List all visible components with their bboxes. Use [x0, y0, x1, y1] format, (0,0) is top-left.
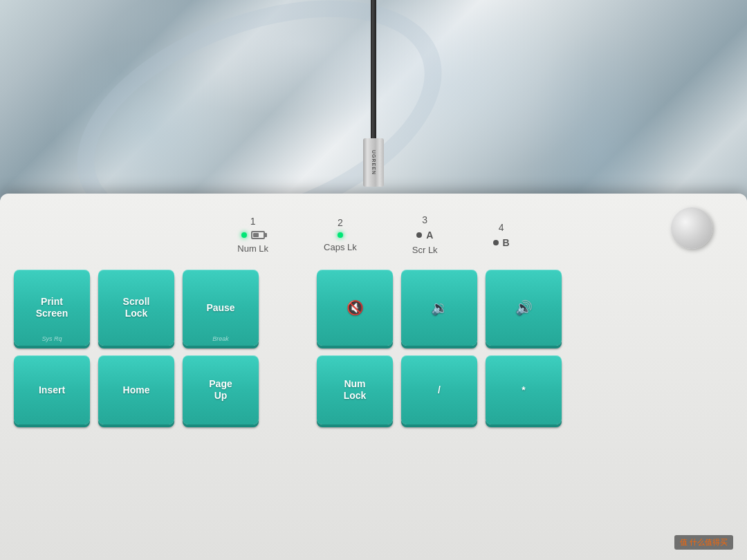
indicator-3-row: A [416, 230, 433, 241]
multiply-label: * [522, 384, 525, 396]
media-key-group: 🔇 🔉 🔊 [317, 270, 562, 346]
battery-fill [253, 233, 259, 237]
led-1-green [241, 232, 247, 238]
page-up-key[interactable]: PageUp [183, 355, 259, 424]
keys-section: PrintScreen Sys Rq ScrollLock Pause Brea… [0, 270, 747, 434]
usb-brand-label: UGREEN [371, 150, 376, 175]
divide-label: / [438, 384, 441, 396]
pause-key[interactable]: Pause Break [183, 270, 259, 346]
function-key-group: PrintScreen Sys Rq ScrollLock Pause Brea… [14, 270, 259, 346]
numpad-key-group: NumLock / * [317, 355, 562, 424]
usb-connector: UGREEN [363, 138, 384, 187]
print-screen-label: PrintScreen [36, 296, 68, 319]
status-bar: 1 Num Lk 2 Caps Lk 3 [0, 214, 747, 255]
watermark-text: 什么值得买 [690, 538, 728, 546]
watermark-icon: 值 [680, 538, 688, 546]
vol-down-key[interactable]: 🔉 [401, 270, 477, 346]
battery-icon [251, 231, 265, 239]
indicator-scr-lk: 3 A Scr Lk [412, 214, 438, 255]
num-lock-key[interactable]: NumLock [317, 355, 393, 424]
scroll-lock-label: ScrollLock [123, 296, 150, 319]
vol-up-key[interactable]: 🔊 [486, 270, 562, 346]
insert-key[interactable]: Insert [14, 355, 90, 424]
home-label: Home [123, 384, 150, 396]
indicator-1-row [241, 231, 265, 239]
indicator-2-number: 2 [338, 217, 343, 228]
main-scene: UGREEN 1 Num Lk 2 [0, 0, 747, 560]
indicator-3-letter: A [426, 230, 433, 241]
insert-label: Insert [39, 384, 65, 396]
indicator-2-row [338, 232, 343, 238]
print-screen-key[interactable]: PrintScreen Sys Rq [14, 270, 90, 346]
bottom-key-row: Insert Home PageUp NumLock [14, 355, 733, 424]
key-gap-1 [267, 270, 308, 346]
divide-key[interactable]: / [401, 355, 477, 424]
pause-label: Pause [206, 302, 234, 314]
indicator-3-number: 3 [422, 214, 427, 225]
pause-sublabel: Break [212, 335, 229, 342]
indicator-4-row: B [493, 237, 510, 248]
vol-up-icon: 🔊 [515, 299, 533, 316]
indicator-4: 4 B [493, 222, 510, 248]
vol-down-icon: 🔉 [431, 299, 448, 316]
indicator-num-lk: 1 Num Lk [237, 216, 268, 254]
volume-knob[interactable] [671, 207, 712, 249]
indicator-4-letter: B [503, 237, 510, 248]
indicator-1-number: 1 [250, 216, 256, 227]
page-up-label: PageUp [209, 378, 232, 402]
num-lock-label: NumLock [344, 378, 367, 402]
led-4-off [493, 240, 499, 245]
home-key[interactable]: Home [98, 355, 174, 424]
nav-key-group: Insert Home PageUp [14, 355, 259, 424]
num-lk-label: Num Lk [237, 243, 268, 254]
watermark: 值 什么值得买 [674, 535, 733, 550]
scroll-lock-key[interactable]: ScrollLock [98, 270, 174, 346]
key-gap-2 [267, 355, 308, 424]
led-3-off [416, 232, 422, 238]
caps-lk-label: Caps Lk [324, 242, 357, 252]
scr-lk-label: Scr Lk [412, 245, 438, 255]
top-key-row: PrintScreen Sys Rq ScrollLock Pause Brea… [14, 270, 733, 346]
multiply-key[interactable]: * [486, 355, 562, 424]
print-screen-sublabel: Sys Rq [42, 335, 62, 342]
indicator-caps-lk: 2 Caps Lk [324, 217, 357, 252]
mute-key[interactable]: 🔇 [317, 270, 393, 346]
indicator-4-number: 4 [499, 222, 504, 233]
keyboard-body: 1 Num Lk 2 Caps Lk 3 [0, 194, 747, 560]
mute-icon: 🔇 [347, 299, 364, 316]
led-2-green [338, 232, 343, 238]
